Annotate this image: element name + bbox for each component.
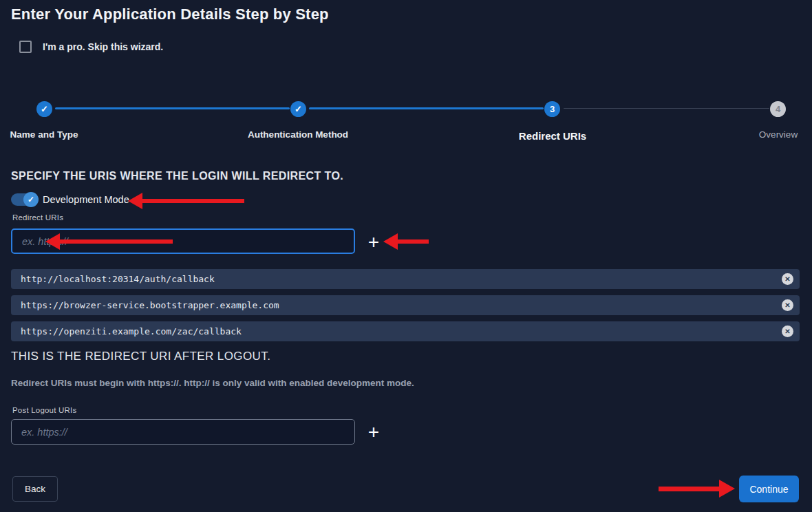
toggle-check-icon: ✓ (23, 192, 39, 207)
page-title: Enter Your Application Details Step by S… (11, 6, 329, 23)
redirect-uri-value: https://openziti.example.com/zac/callbac… (21, 326, 242, 337)
continue-button[interactable]: Continue (739, 476, 799, 502)
step-3-label[interactable]: Redirect URIs (519, 130, 586, 142)
remove-uri-icon[interactable]: ✕ (782, 326, 793, 337)
development-mode-toggle[interactable]: ✓ (11, 193, 37, 206)
skip-wizard-label: I'm a pro. Skip this wizard. (43, 41, 163, 52)
stepper-connector-1-2 (55, 107, 290, 109)
skip-wizard-row[interactable]: I'm a pro. Skip this wizard. (19, 41, 163, 53)
skip-wizard-checkbox[interactable] (19, 41, 32, 53)
add-redirect-uri-button[interactable]: + (365, 232, 383, 253)
stepper-connector-3-4 (564, 108, 769, 109)
redirect-uri-row: http://localhost:20314/auth/callback ✕ (11, 269, 800, 289)
step-3-number: 3 (550, 104, 555, 114)
red-arrow-continue (659, 480, 735, 498)
application-wizard-page: Enter Your Application Details Step by S… (0, 0, 812, 512)
post-logout-field-label: Post Logout URIs (12, 406, 76, 414)
redirect-uri-value: http://localhost:20314/auth/callback (21, 274, 215, 284)
step-1-circle[interactable]: ✓ (36, 101, 52, 117)
step-4-circle[interactable]: 4 (770, 101, 786, 117)
development-mode-toggle-row: ✓ Development Mode (11, 193, 129, 206)
add-post-logout-uri-button[interactable]: + (365, 422, 383, 442)
back-button[interactable]: Back (12, 476, 58, 502)
step-2-circle[interactable]: ✓ (290, 101, 306, 117)
redirect-uri-value: https://browzer-service.bootstrapper.exa… (21, 300, 279, 310)
remove-uri-icon[interactable]: ✕ (782, 299, 793, 311)
remove-uri-icon[interactable]: ✕ (782, 273, 793, 285)
development-mode-label: Development Mode (43, 194, 129, 205)
step-4-label[interactable]: Overview (759, 129, 798, 140)
step-3-circle[interactable]: 3 (544, 101, 560, 117)
redirect-uri-row: https://browzer-service.bootstrapper.exa… (11, 295, 800, 315)
check-icon: ✓ (41, 104, 48, 114)
redirect-uri-list: http://localhost:20314/auth/callback ✕ h… (11, 269, 800, 348)
logout-section-heading: THIS IS THE REDIRECT URI AFTER LOGOUT. (11, 350, 270, 363)
red-arrow-dev-mode (128, 193, 244, 209)
red-arrow-add-button (383, 233, 429, 250)
redirect-section-heading: SPECIFY THE URIS WHERE THE LOGIN WILL RE… (11, 170, 343, 182)
redirect-uri-row: https://openziti.example.com/zac/callbac… (11, 321, 800, 341)
step-1-label[interactable]: Name and Type (10, 129, 78, 140)
red-arrow-redirect-input (45, 233, 173, 250)
step-2-label[interactable]: Authentication Method (248, 129, 348, 140)
stepper-connector-2-3 (309, 107, 544, 109)
redirect-uris-field-label: Redirect URIs (12, 213, 63, 222)
check-icon: ✓ (295, 104, 302, 114)
post-logout-uri-input[interactable] (11, 419, 355, 445)
redirect-uri-note: Redirect URIs must begin with https://. … (11, 378, 414, 388)
step-4-number: 4 (776, 104, 780, 114)
